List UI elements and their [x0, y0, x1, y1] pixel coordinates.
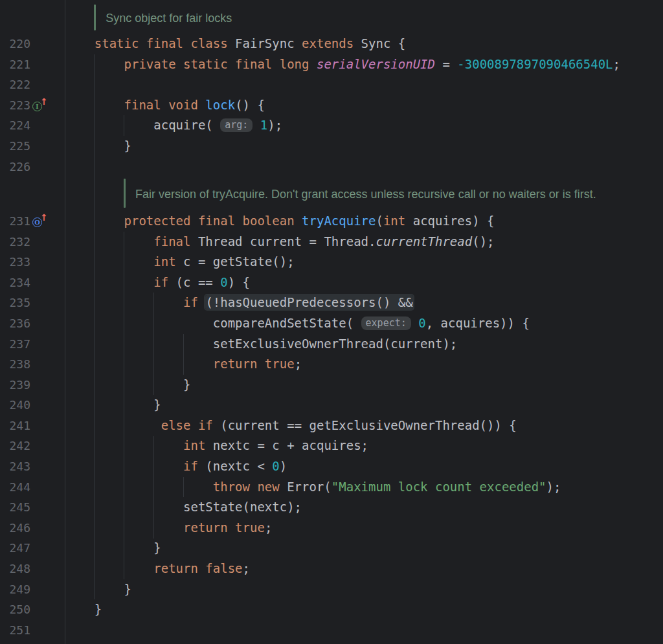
code-line[interactable]: 225 } [0, 136, 663, 157]
code-line[interactable]: 241 else if (current == getExclusiveOwne… [0, 416, 663, 436]
line-number[interactable]: 222 [0, 74, 30, 95]
code-editor[interactable]: Sync object for fair locks220 static fin… [0, 0, 663, 644]
code-line[interactable]: 249 } [0, 579, 663, 600]
code-token: , acquires)) { [426, 316, 530, 330]
code-token: } [65, 397, 161, 412]
code-token: compareAndSetState( [65, 316, 361, 330]
code-token: final void [124, 98, 198, 112]
line-number[interactable]: 239 [0, 375, 30, 395]
code-token: int [383, 214, 405, 228]
code-line[interactable]: 238 return true; [0, 354, 663, 375]
line-number[interactable]: 231 [0, 211, 30, 232]
code-line[interactable]: 236 compareAndSetState( expect: 0, acqui… [0, 313, 663, 334]
code-text: setExclusiveOwnerThread(current); [65, 334, 457, 355]
code-line[interactable]: 221 private static final long serialVers… [0, 54, 663, 75]
code-line[interactable]: 242 int nextc = c + acquires; [0, 436, 663, 456]
code-text: throw new Error("Maximum lock count exce… [65, 477, 561, 498]
code-text: } [65, 136, 131, 157]
code-token [65, 357, 213, 371]
line-number[interactable]: 237 [0, 334, 30, 355]
line-number[interactable]: 246 [0, 518, 30, 539]
code-token: tryAcquire [302, 214, 376, 228]
code-token [65, 254, 153, 269]
line-number[interactable]: 235 [0, 293, 30, 313]
code-line[interactable]: 244 throw new Error("Maximum lock count … [0, 477, 663, 498]
line-number[interactable]: 244 [0, 477, 30, 498]
code-token: -3000897897090466540L [457, 57, 612, 71]
code-token: "Maximum lock count exceeded" [332, 480, 546, 494]
code-token [253, 118, 260, 132]
line-number[interactable]: 221 [0, 54, 30, 75]
line-number[interactable]: 242 [0, 436, 30, 456]
code-line[interactable]: 240 } [0, 395, 663, 416]
code-line[interactable]: 234 if (c == 0) { [0, 272, 663, 293]
code-line[interactable]: 235 if (!hasQueuedPredecessors() && [0, 293, 663, 313]
line-number[interactable]: 232 [0, 232, 30, 252]
code-token: int [153, 254, 175, 269]
doc-comment-bar [124, 179, 126, 208]
code-token: final [153, 234, 190, 249]
code-token: ) { [228, 275, 250, 289]
line-number[interactable]: 247 [0, 538, 30, 559]
implements-method-icon[interactable]: I↑ [32, 100, 49, 113]
line-number[interactable]: 236 [0, 313, 30, 334]
line-number[interactable]: 248 [0, 559, 30, 579]
code-line[interactable]: 248 return false; [0, 559, 663, 579]
code-token [65, 520, 183, 535]
line-number[interactable]: 241 [0, 416, 30, 436]
code-token [65, 438, 183, 452]
code-line[interactable]: 245 setState(nextc); [0, 497, 663, 518]
code-token: return true [183, 520, 265, 535]
code-token: nextc = c + acquires; [205, 438, 368, 452]
line-number[interactable]: 243 [0, 456, 30, 477]
code-token: Error( [280, 480, 332, 494]
line-number[interactable]: 224 [0, 115, 30, 136]
code-line[interactable]: 239 } [0, 375, 663, 395]
line-number[interactable]: 223 [0, 95, 30, 116]
doc-comment-bar [94, 5, 96, 30]
code-line[interactable]: 246 return true; [0, 518, 663, 539]
code-line[interactable]: 243 if (nextc < 0) [0, 456, 663, 477]
line-number[interactable]: 225 [0, 136, 30, 157]
code-line[interactable]: 233 int c = getState(); [0, 252, 663, 272]
line-number[interactable]: 250 [0, 599, 30, 620]
line-number[interactable]: 226 [0, 157, 30, 177]
code-token [65, 214, 124, 228]
code-line[interactable]: 247 } [0, 538, 663, 559]
code-text: } [65, 599, 102, 620]
code-token: if [183, 295, 198, 309]
line-number[interactable]: 251 [0, 620, 30, 641]
code-token: } [65, 377, 190, 392]
line-number[interactable]: 233 [0, 252, 30, 272]
code-line[interactable]: 222 [0, 74, 663, 95]
code-token: else if [161, 418, 213, 432]
code-line[interactable]: 224 acquire( arg: 1); [0, 115, 663, 136]
line-number[interactable]: 234 [0, 272, 30, 293]
code-line[interactable]: 226 [0, 157, 663, 177]
code-token: } [65, 139, 131, 153]
code-token: ; [265, 520, 272, 535]
code-line[interactable]: 250 } [0, 599, 663, 620]
code-token [65, 57, 124, 71]
code-line[interactable]: 220 static final class FairSync extends … [0, 34, 663, 54]
line-number[interactable]: 238 [0, 354, 30, 375]
line-number[interactable]: 220 [0, 34, 30, 54]
code-line[interactable]: 251 [0, 620, 663, 641]
code-token [309, 57, 317, 71]
line-number[interactable]: 249 [0, 579, 30, 600]
parameter-hint-badge: arg: [220, 118, 253, 132]
code-token: int [183, 438, 205, 452]
line-number[interactable]: 245 [0, 497, 30, 518]
line-number[interactable]: 240 [0, 395, 30, 416]
overrides-method-icon[interactable]: O↑ [32, 216, 49, 229]
code-line[interactable]: 232 final Thread current = Thread.curren… [0, 232, 663, 252]
code-text: final Thread current = Thread.currentThr… [65, 232, 495, 252]
code-token: private static final long [124, 57, 309, 71]
code-token: lock [205, 98, 235, 112]
doc-comment-row: Sync object for fair locks [0, 3, 663, 34]
code-token: currentThread [376, 234, 472, 249]
code-line[interactable]: 237 setExclusiveOwnerThread(current); [0, 334, 663, 355]
code-line[interactable]: 231O↑ protected final boolean tryAcquire… [0, 211, 663, 232]
doc-comment-text: Sync object for fair locks [106, 12, 232, 25]
code-line[interactable]: 223I↑ final void lock() { [0, 95, 663, 116]
